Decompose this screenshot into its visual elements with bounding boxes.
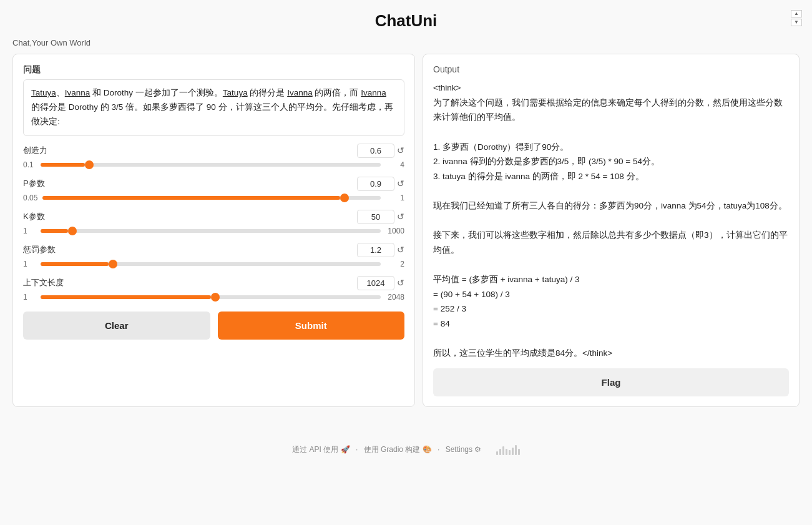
context-length-track[interactable] (41, 295, 381, 299)
p-param-max: 1 (386, 194, 404, 202)
penalty-thumb[interactable] (109, 260, 117, 268)
output-label: Output (433, 64, 789, 74)
context-length-reset-icon[interactable]: ↺ (397, 278, 404, 288)
header: ChatUni ▲ ▼ (0, 0, 812, 36)
creativity-label: 创造力 (23, 145, 47, 156)
clear-button[interactable]: Clear (23, 312, 210, 340)
k-param-input[interactable] (357, 210, 394, 224)
gradio-text: 使用 Gradio 构建 🎨 (364, 445, 432, 454)
k-param-max: 1000 (386, 227, 404, 235)
creativity-max: 4 (386, 160, 404, 169)
penalty-input[interactable] (357, 243, 394, 257)
p-param-slider-section: P参数 ↺ 0.05 1 (23, 177, 404, 202)
creativity-reset-icon[interactable]: ↺ (397, 145, 404, 155)
k-param-reset-icon[interactable]: ↺ (397, 212, 404, 222)
creativity-fill (41, 163, 85, 167)
subtitle: Chat,Your Own World (0, 36, 812, 54)
api-text: 通过 API 使用 🚀 (292, 445, 350, 454)
creativity-min: 0.1 (23, 160, 36, 169)
p-param-reset-icon[interactable]: ↺ (397, 179, 404, 189)
activity-bars (496, 445, 520, 455)
question-label: 问题 (23, 64, 404, 76)
scroll-up-button[interactable]: ▲ (791, 10, 802, 17)
context-length-thumb[interactable] (211, 293, 220, 302)
left-panel: 问题 Tatuya、Ivanna 和 Dorothy 一起参加了一个测验。Tat… (12, 54, 415, 407)
flag-button[interactable]: Flag (433, 368, 789, 396)
penalty-min: 1 (23, 260, 36, 268)
p-param-input[interactable] (357, 177, 394, 191)
main-container: 问题 Tatuya、Ivanna 和 Dorothy 一起参加了一个测验。Tat… (0, 54, 812, 407)
context-length-min: 1 (23, 293, 36, 302)
penalty-reset-icon[interactable]: ↺ (397, 245, 404, 255)
action-buttons: Clear Submit (23, 312, 404, 340)
creativity-thumb[interactable] (85, 160, 94, 169)
k-param-min: 1 (23, 227, 36, 235)
penalty-fill (41, 262, 109, 266)
p-param-fill (42, 196, 340, 200)
creativity-track[interactable] (41, 163, 381, 167)
settings-link[interactable]: Settings ⚙ (446, 445, 482, 454)
question-section: 问题 Tatuya、Ivanna 和 Dorothy 一起参加了一个测验。Tat… (23, 64, 404, 136)
question-text: Tatuya、Ivanna 和 Dorothy 一起参加了一个测验。Tatuya… (31, 88, 393, 126)
k-param-slider-section: K参数 ↺ 1 1000 (23, 210, 404, 235)
p-param-min: 0.05 (23, 194, 37, 202)
k-param-track[interactable] (41, 229, 381, 233)
context-length-slider-section: 上下文长度 ↺ 1 2048 (23, 276, 404, 302)
footer-dot-2: · (438, 445, 439, 454)
k-param-fill (41, 229, 68, 233)
penalty-track[interactable] (41, 262, 381, 266)
context-length-fill (41, 295, 211, 299)
footer: 通过 API 使用 🚀 · 使用 Gradio 构建 🎨 · Settings … (0, 432, 812, 468)
creativity-input[interactable] (357, 144, 394, 158)
k-param-label: K参数 (23, 211, 45, 222)
output-content: <think> 为了解决这个问题，我们需要根据给定的信息来确定每个人得到的分数，… (433, 81, 789, 361)
penalty-label: 惩罚参数 (23, 244, 56, 255)
question-box[interactable]: Tatuya、Ivanna 和 Dorothy 一起参加了一个测验。Tatuya… (23, 79, 404, 136)
context-length-input[interactable] (357, 276, 394, 290)
submit-button[interactable]: Submit (218, 312, 405, 340)
scroll-controls[interactable]: ▲ ▼ (791, 10, 802, 26)
k-param-thumb[interactable] (68, 227, 77, 235)
scroll-down-button[interactable]: ▼ (791, 19, 802, 26)
context-length-max: 2048 (386, 293, 404, 302)
right-panel: Output <think> 为了解决这个问题，我们需要根据给定的信息来确定每个… (423, 54, 800, 407)
penalty-slider-section: 惩罚参数 ↺ 1 2 (23, 243, 404, 268)
footer-dot-1: · (356, 445, 358, 454)
creativity-slider-section: 创造力 ↺ 0.1 4 (23, 144, 404, 169)
p-param-thumb[interactable] (340, 194, 349, 202)
app-title: ChatUni (375, 11, 438, 30)
context-length-label: 上下文长度 (23, 277, 64, 288)
penalty-max: 2 (386, 260, 404, 268)
p-param-label: P参数 (23, 178, 45, 189)
p-param-track[interactable] (42, 196, 381, 200)
